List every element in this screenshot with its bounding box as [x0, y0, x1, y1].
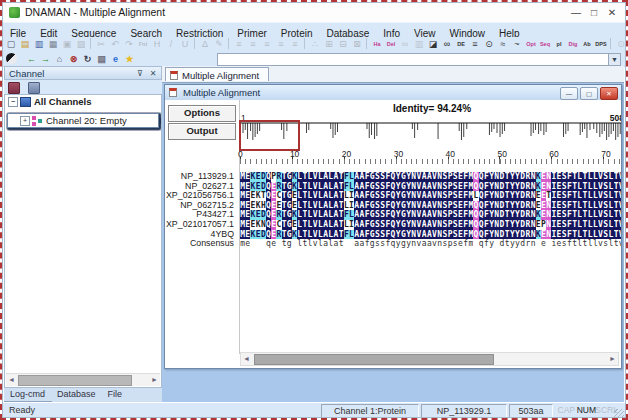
insert-icon: ⊞ — [323, 38, 335, 50]
bottom-tab-database[interactable]: Database — [51, 388, 102, 401]
child-maximize-button[interactable]: ▢ — [580, 87, 598, 100]
new-icon[interactable]: ▢ — [5, 38, 17, 50]
panel-close-icon[interactable]: ✕ — [148, 69, 158, 79]
tree-hscrollbar[interactable]: ◄ ► — [6, 373, 160, 386]
header-icon: H — [151, 38, 163, 50]
alignment-window-titlebar: Multiple Alignment — ▢ ✕ — [165, 85, 621, 101]
align-center-icon: ≡ — [247, 38, 259, 50]
favorites-icon[interactable]: ★ — [123, 53, 135, 65]
scroll-thumb[interactable] — [254, 354, 494, 365]
expand-icon[interactable]: + — [20, 116, 30, 126]
name-gutter: Options Output NP_113929.1NP_02627.1XP_0… — [165, 100, 240, 354]
alignment-row-XP_021056756.1: MEEKTQECTGELTLVLALATLIAAFGSSFQYGYNVAAVNS… — [240, 191, 621, 201]
find-icon[interactable]: ∞ — [441, 38, 453, 50]
isoelectric-icon[interactable]: pI — [553, 38, 565, 50]
delete-site-icon[interactable]: Del — [385, 38, 397, 50]
pencil-icon: ✎ — [213, 38, 225, 50]
channel-tree: −All Channels+Channel 1: NP_113929.1 (Pr… — [4, 94, 162, 388]
maximize-button[interactable]: □ — [585, 4, 603, 20]
alignment-hscrollbar[interactable]: ◄ ► — [240, 352, 619, 366]
alignment-window-icon — [169, 88, 177, 97]
zoom-icon: ⊙ — [615, 38, 625, 50]
refresh-icon[interactable]: ↻ — [81, 53, 93, 65]
channel-item-label: Channel 20: Empty — [46, 115, 127, 126]
bottom-tab-log-cmd[interactable]: Log-cmd — [4, 388, 51, 401]
identity-label: Identity= 94.24% — [240, 103, 621, 114]
alignment-row-XP_021017057.1: MEEKNQECTGELTLVLALATLIAAFGSSFQYGYNVAAVNS… — [240, 220, 621, 230]
alignment-row-NP_02627.1: MEKEDQERTGKLTLVLALATFLAAFGSSFQYGYNVAAVNS… — [240, 182, 621, 192]
document-icon — [170, 71, 178, 80]
digest-icon[interactable]: Dig — [567, 38, 579, 50]
resize-grip[interactable] — [614, 409, 624, 418]
output-button[interactable]: Output — [168, 123, 236, 140]
tree-root-all-channels[interactable]: −All Channels — [5, 95, 161, 108]
main-toolbar: ▢▤▥▦▣▧✂↶↷FntH/UΔ✎≡≡≡≡≡∴⊞⊟⊠HaDel∞▥◪∞DE≡⊙≈… — [3, 37, 625, 52]
analysis-icon: ∴ — [309, 38, 321, 50]
child-minimize-button[interactable]: — — [560, 87, 578, 100]
dps-icon[interactable]: DPS — [595, 38, 607, 50]
options-button[interactable]: Options — [168, 105, 236, 122]
scroll-left-icon[interactable]: ◄ — [6, 374, 17, 385]
edit-page-icon[interactable]: ▤ — [95, 53, 107, 65]
scroll-left-icon[interactable]: ◄ — [241, 353, 252, 364]
toolbar-separator — [90, 38, 91, 49]
align-left-icon: ≡ — [233, 38, 245, 50]
collapse-icon[interactable]: − — [8, 97, 18, 107]
database-entry-icon[interactable]: DE — [455, 38, 467, 50]
child-close-button[interactable]: ✕ — [600, 87, 618, 100]
bullet-list-icon: ≡ — [275, 38, 287, 50]
measure-icon[interactable]: ≈ — [497, 38, 509, 50]
toolbar-separator — [228, 38, 229, 49]
status-sequence: NP_113929.1 — [421, 404, 507, 418]
mark-icon: ⊠ — [351, 38, 363, 50]
scroll-right-icon[interactable]: ► — [607, 353, 618, 364]
restriction-map-icon[interactable]: Ha — [371, 38, 383, 50]
combo-dropdown-icon[interactable]: ▼ — [608, 54, 620, 65]
save-channel-icon[interactable] — [8, 82, 20, 94]
bottom-tab-file[interactable]: File — [102, 388, 129, 401]
remove-icon: ⊟ — [337, 38, 349, 50]
status-length: 503aa — [509, 404, 553, 418]
entry-list-icon[interactable]: ≡ — [469, 38, 481, 50]
sequence-tool-icon[interactable]: Seq — [539, 38, 551, 50]
align-right-icon: ≡ — [261, 38, 273, 50]
alignment-row-P43427.1: MEKEDQERTGKLTLVLALATFLAAFGSSFQYGYNVAAVNS… — [240, 210, 621, 220]
stop-icon[interactable]: ⊗ — [67, 53, 79, 65]
scroll-right-icon[interactable]: ► — [149, 374, 160, 385]
print-icon[interactable]: ▦ — [47, 38, 59, 50]
italic-icon: / — [165, 38, 177, 50]
graphic-icon[interactable]: ◪ — [427, 38, 439, 50]
mdi-area: Multiple Alignment Multiple Alignment — … — [162, 66, 624, 402]
channel-panel-title: Channel — [9, 68, 44, 79]
copy-icon: ▣ — [61, 38, 73, 50]
channel-item-20[interactable]: +Channel 20: Empty — [7, 113, 159, 128]
bottom-tab-bar: Log-cmdDatabaseFileChannel — [4, 388, 174, 402]
scroll-thumb[interactable] — [18, 375, 132, 386]
caps-lock-indicator: CAP — [558, 405, 575, 415]
tree-root-label: All Channels — [34, 96, 92, 107]
status-channel: Channel 1:Protein — [321, 404, 419, 418]
back-icon[interactable]: ← — [25, 53, 37, 65]
curve-icon[interactable]: ~ — [511, 38, 523, 50]
history-icon[interactable]: ⊙ — [483, 38, 495, 50]
load-channel-icon[interactable] — [28, 82, 40, 94]
app-icon — [9, 7, 20, 18]
document-tab-label: Multiple Alignment — [182, 70, 259, 81]
visible-region-marker[interactable] — [239, 120, 300, 151]
open-icon[interactable]: ▤ — [19, 38, 31, 50]
close-button[interactable]: ✕ — [603, 4, 621, 20]
document-tab-strip: Multiple Alignment — [162, 66, 624, 83]
forward-icon[interactable]: → — [39, 53, 51, 65]
document-tab-multiple-alignment[interactable]: Multiple Alignment — [165, 67, 269, 81]
pin-icon[interactable]: ⊽ — [135, 69, 145, 79]
alignment-window-title: Multiple Alignment — [183, 87, 260, 98]
minimize-button[interactable]: — — [567, 4, 585, 20]
home-icon[interactable]: ⌂ — [53, 53, 65, 65]
antibody-icon[interactable]: Ab — [581, 38, 593, 50]
address-combobox[interactable]: ▼ — [217, 53, 621, 66]
save-icon[interactable]: ▥ — [33, 38, 45, 50]
ie-icon[interactable]: e — [109, 53, 121, 65]
cut-icon: ✂ — [95, 38, 107, 50]
optimize-icon[interactable]: Opt — [525, 38, 537, 50]
ruler-minor-ticks — [240, 159, 621, 164]
